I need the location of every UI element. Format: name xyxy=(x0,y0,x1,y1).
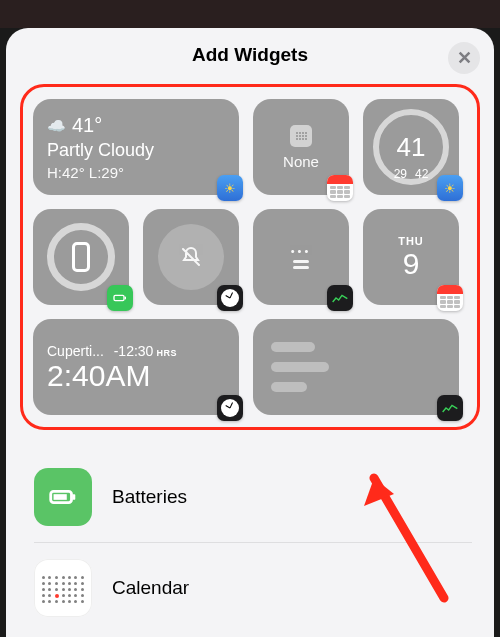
stocks-app-icon xyxy=(437,395,463,421)
svg-rect-4 xyxy=(72,494,75,500)
svg-rect-1 xyxy=(125,297,126,300)
app-label: Calendar xyxy=(112,577,189,599)
battery-ring xyxy=(47,223,115,291)
calendar-app-icon xyxy=(34,559,92,617)
widget-world-clock[interactable]: Cuperti... -12:30 HRS 2:40AM xyxy=(33,319,239,415)
stock-row-placeholder xyxy=(271,382,307,392)
weather-icon: ☁️ xyxy=(47,118,66,133)
widget-source-list: Batteries Calendar xyxy=(34,452,472,633)
gauge-high: 42 xyxy=(415,167,428,181)
batteries-app-icon xyxy=(107,285,133,311)
clock-city: Cuperti... xyxy=(47,343,104,359)
clock-app-icon xyxy=(217,395,243,421)
app-row-calendar[interactable]: Calendar xyxy=(34,543,472,633)
gauge-low: 29 xyxy=(394,167,407,181)
weather-hilo: H:42° L:29° xyxy=(47,164,225,181)
calendar-daynum: 9 xyxy=(403,249,420,279)
weather-temp: 41° xyxy=(72,114,102,137)
widget-clock-alarm[interactable] xyxy=(143,209,239,305)
calendar-none-label: None xyxy=(283,153,319,170)
stocks-dash xyxy=(293,260,309,263)
calendar-app-icon xyxy=(437,285,463,311)
stocks-app-icon xyxy=(327,285,353,311)
clock-time: 2:40AM xyxy=(47,361,225,391)
weather-condition: Partly Cloudy xyxy=(47,140,225,161)
widget-gallery: ☁️ 41° Partly Cloudy H:42° L:29° None 41 xyxy=(33,99,467,415)
clock-app-icon xyxy=(217,285,243,311)
app-row-batteries[interactable]: Batteries xyxy=(34,452,472,543)
batteries-app-icon xyxy=(34,468,92,526)
app-label: Batteries xyxy=(112,486,187,508)
widget-gallery-highlight: ☁️ 41° Partly Cloudy H:42° L:29° None 41 xyxy=(20,84,480,430)
add-widgets-sheet: Add Widgets ✕ ☁️ 41° Partly Cloudy H:42°… xyxy=(6,28,494,637)
clock-offset-unit: HRS xyxy=(156,348,177,358)
svg-rect-0 xyxy=(114,295,124,300)
widget-stocks-list[interactable] xyxy=(253,319,459,415)
mute-circle xyxy=(158,224,224,290)
weather-app-icon xyxy=(437,175,463,201)
weather-app-icon xyxy=(217,175,243,201)
calendar-dow: THU xyxy=(398,235,424,247)
widget-stocks-small[interactable]: ••• xyxy=(253,209,349,305)
stocks-dots: ••• xyxy=(291,245,312,257)
bell-mute-icon xyxy=(179,245,203,269)
gauge-ring: 41 29 42 xyxy=(373,109,449,185)
gauge-value: 41 xyxy=(397,134,426,160)
widget-weather-detail[interactable]: ☁️ 41° Partly Cloudy H:42° L:29° xyxy=(33,99,239,195)
widget-batteries[interactable] xyxy=(33,209,129,305)
stock-row-placeholder xyxy=(271,362,329,372)
clock-offset: -12:30 xyxy=(114,343,154,359)
stocks-dash xyxy=(293,266,309,269)
calendar-app-icon xyxy=(327,175,353,201)
calendar-grid-icon xyxy=(290,125,312,147)
status-bar-decoration xyxy=(0,0,500,28)
widget-calendar-day[interactable]: THU 9 xyxy=(363,209,459,305)
stock-row-placeholder xyxy=(271,342,315,352)
sheet-title: Add Widgets xyxy=(192,44,308,66)
widget-weather-gauge[interactable]: 41 29 42 xyxy=(363,99,459,195)
close-button[interactable]: ✕ xyxy=(448,42,480,74)
widget-calendar-none[interactable]: None xyxy=(253,99,349,195)
phone-icon xyxy=(72,242,90,272)
close-icon: ✕ xyxy=(457,49,472,67)
svg-rect-5 xyxy=(54,494,67,500)
sheet-header: Add Widgets ✕ xyxy=(6,28,494,82)
